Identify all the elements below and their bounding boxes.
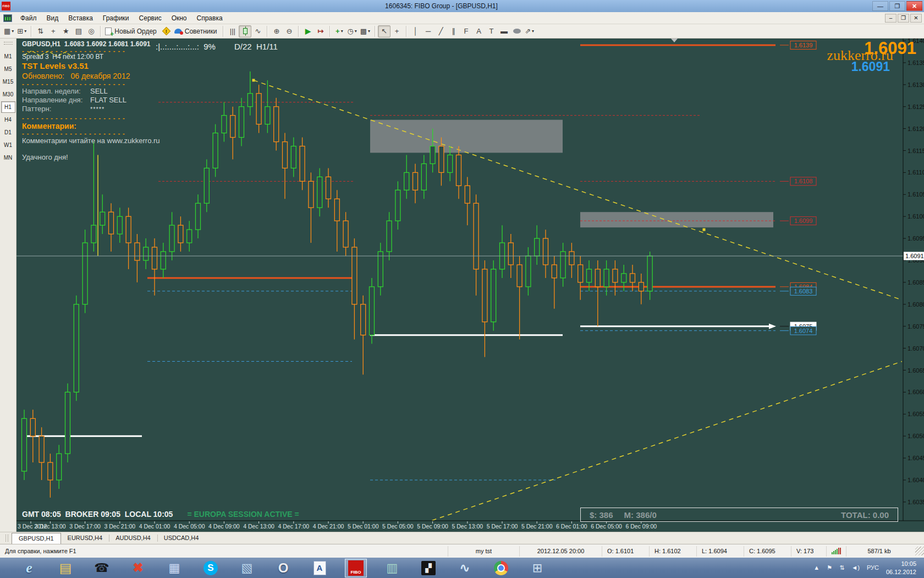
taskbar-skype-icon[interactable]: S (200, 559, 221, 577)
navigator-button[interactable]: ★ (59, 25, 72, 37)
taskbar-chrome-icon[interactable] (491, 559, 512, 577)
menu-item[interactable]: Вставка (63, 13, 98, 24)
cursor-button[interactable]: ↖ (378, 25, 391, 37)
chart-tab-audusd[interactable]: AUDUSD,H4 (109, 532, 157, 544)
alerts-button[interactable]: ! (160, 25, 173, 37)
dropdown-arrow-icon[interactable]: ▾ (532, 29, 534, 34)
equidistant-channel-button[interactable]: ∥ (447, 25, 460, 37)
taskbar-remote-desktop-icon[interactable]: ⊞ (527, 559, 548, 577)
mdi-restore-button[interactable]: ❐ (898, 14, 909, 23)
tray-action-center-flag[interactable]: ⚑ (827, 564, 832, 571)
auto-scroll-button[interactable]: ▶ (301, 25, 314, 37)
taskbar-phone-app-icon[interactable]: ☎ (91, 559, 112, 577)
tray-network[interactable]: ⇅ (839, 564, 844, 571)
bar-chart-mode-button[interactable]: ||| (226, 25, 239, 37)
window-title: 1606345: FIBO Group - [GBPUSD,H1] (10, 2, 872, 10)
timeframe-m30[interactable]: M30 (1, 89, 15, 100)
taskbar-app-window-icon[interactable]: ▥ (382, 559, 403, 577)
tray-language-indicator[interactable]: РУС (867, 564, 879, 571)
chart-tab-eurusd[interactable]: EURUSD,H4 (61, 532, 109, 544)
taskbar-internet-explorer-icon[interactable]: e (19, 559, 40, 577)
line-chart-mode-button[interactable]: ∿ (251, 25, 264, 37)
dropdown-arrow-icon[interactable]: ▾ (368, 29, 370, 34)
candlestick-mode-button[interactable] (239, 25, 251, 37)
arrows-button[interactable]: ⇗▾ (523, 25, 536, 37)
price-chart[interactable]: 1.61401.61351.61301.61251.61201.61151.61… (16, 39, 924, 532)
new-chart-button[interactable]: ▦▾ (2, 25, 15, 37)
horizontal-line-button[interactable]: ─ (422, 25, 435, 37)
svg-text:1.6110: 1.6110 (908, 169, 924, 176)
fibonacci-button[interactable]: F (460, 25, 472, 37)
zoom-in-button[interactable]: ⊕ (270, 25, 283, 37)
taskbar-file-explorer-icon[interactable]: ▤ (55, 559, 76, 577)
tray-volume[interactable]: ◄) (851, 564, 860, 571)
taskbar-opera-icon[interactable]: O (273, 559, 294, 577)
taskbar-calculator-app-icon[interactable]: ▦ (164, 559, 185, 577)
dropdown-arrow-icon[interactable]: ▾ (355, 29, 357, 34)
text-label-button[interactable]: T (485, 25, 498, 37)
chart-window-icon[interactable] (3, 14, 12, 22)
time-scale[interactable]: 3 Dec 20123 Dec 13:003 Dec 17:003 Dec 21… (18, 521, 657, 530)
bar-chart-mode-icon: ||| (230, 27, 235, 35)
taskbar-fibo-mt4-terminal-icon[interactable]: FIBO (345, 559, 366, 577)
menu-item[interactable]: Справка (192, 13, 228, 24)
terminal-button[interactable]: ▤ (72, 25, 85, 37)
chart-area[interactable]: 1.61401.61351.61301.61251.61201.61151.61… (16, 39, 924, 532)
dropdown-arrow-icon[interactable]: ▾ (24, 29, 26, 34)
menu-item[interactable]: Вид (42, 13, 64, 24)
dropdown-arrow-icon[interactable]: ▾ (341, 29, 343, 34)
timeframe-w1[interactable]: W1 (1, 139, 15, 151)
tabs-grip[interactable] (6, 535, 8, 542)
minimize-button[interactable]: — (872, 1, 888, 11)
chart-shift-button[interactable]: ↦ (314, 25, 327, 37)
trendline-button[interactable]: ╱ (435, 25, 447, 37)
svg-text:5 Dec 05:00: 5 Dec 05:00 (382, 523, 414, 530)
close-button[interactable]: ✕ (906, 1, 922, 11)
menu-item[interactable]: Сервис (134, 13, 167, 24)
status-profile[interactable]: my tst (448, 546, 519, 557)
taskbar-clock[interactable]: 10:05 06.12.2012 (886, 560, 919, 576)
periods-button[interactable]: ◷▾ (345, 25, 358, 37)
chart-tab-usdcad[interactable]: USDCAD,H4 (157, 532, 206, 544)
toolbar-separator (298, 26, 299, 37)
profiles-button[interactable]: ⊞▾ (15, 25, 28, 37)
chart-tab-gbpusd[interactable]: GBPUSD,H1 (12, 533, 61, 544)
timeframe-h1[interactable]: H1 (1, 101, 15, 113)
ellipse-button[interactable] (510, 25, 523, 37)
taskbar-dark-app-icon[interactable]: ▞ (418, 559, 439, 577)
crosshair-button[interactable]: + (391, 25, 403, 37)
taskbar-pulse-app-icon[interactable]: ∿ (454, 559, 475, 577)
rectangle-button[interactable]: ▬ (498, 25, 510, 37)
svg-text:5 Dec 17:00: 5 Dec 17:00 (487, 523, 518, 530)
dropdown-arrow-icon[interactable]: ▾ (12, 29, 14, 34)
mdi-minimize-button[interactable]: – (885, 14, 897, 23)
indicators-button[interactable]: +▾ (333, 25, 345, 37)
market-watch-button[interactable]: ⇅ (34, 25, 47, 37)
taskbar-photo-viewer-icon[interactable]: ▧ (237, 559, 257, 577)
timeframe-mn[interactable]: MN (1, 152, 15, 163)
toolbar-grip[interactable] (4, 42, 13, 45)
vertical-line-button[interactable]: │ (409, 25, 422, 37)
restore-button[interactable]: ❐ (889, 1, 905, 11)
text-button[interactable]: A (472, 25, 485, 37)
menu-item[interactable]: Окно (167, 13, 192, 24)
taskbar-close-x-app-icon[interactable]: ✖ (128, 559, 148, 577)
new-order-button[interactable]: Новый Ордер (103, 25, 160, 37)
timeframe-m15[interactable]: M15 (1, 76, 15, 88)
menu-item[interactable]: Файл (15, 13, 42, 24)
data-window-button[interactable]: + (47, 25, 59, 37)
templates-button[interactable]: ▩▾ (359, 25, 372, 37)
menu-item[interactable]: Графики (98, 13, 134, 24)
strategy-tester-button[interactable]: ◎ (85, 25, 97, 37)
timeframe-m5[interactable]: M5 (1, 63, 15, 75)
resize-grip[interactable] (915, 547, 924, 555)
zoom-out-button[interactable]: ⊖ (283, 25, 295, 37)
tray-show-hidden-icons[interactable]: ▲ (813, 564, 820, 571)
expert-advisors-button[interactable]: Советники (173, 25, 221, 37)
timeframe-h4[interactable]: H4 (1, 114, 15, 126)
mdi-close-button[interactable]: ✕ (910, 14, 922, 23)
svg-text:1.6099: 1.6099 (794, 217, 813, 224)
taskbar-word-document-icon[interactable]: A (309, 559, 330, 577)
timeframe-m1[interactable]: M1 (1, 51, 15, 62)
timeframe-d1[interactable]: D1 (1, 127, 15, 138)
